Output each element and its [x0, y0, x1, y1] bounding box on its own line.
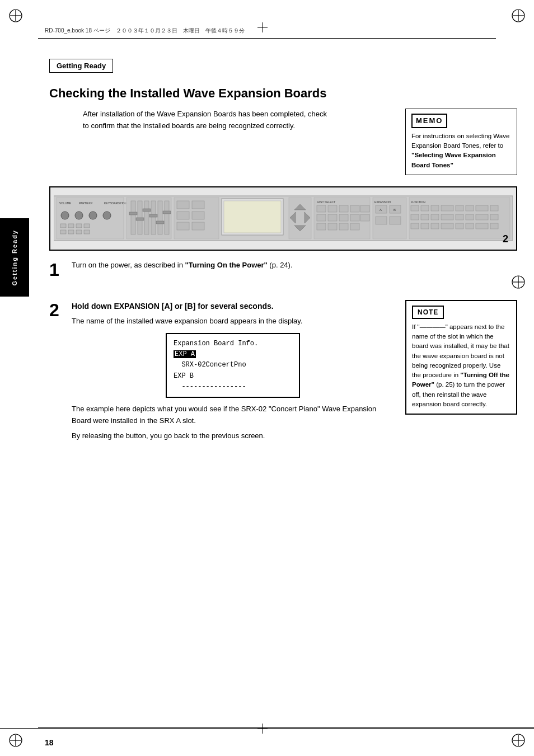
svg-rect-81 [350, 223, 359, 230]
svg-rect-34 [84, 224, 90, 228]
svg-rect-37 [76, 230, 82, 234]
svg-point-28 [75, 212, 83, 219]
svg-rect-87 [390, 217, 401, 224]
svg-rect-101 [421, 214, 429, 220]
svg-rect-35 [60, 230, 66, 234]
memo-title: MEMO [411, 114, 511, 128]
svg-rect-98 [476, 205, 488, 211]
svg-rect-78 [317, 223, 326, 230]
svg-rect-104 [456, 214, 463, 220]
sidebar-label: Getting Ready [11, 229, 18, 286]
svg-rect-100 [411, 214, 419, 220]
svg-text:A: A [380, 208, 382, 212]
svg-rect-80 [339, 223, 348, 230]
memo-bold: "Selecting Wave Expansion Board Tones" [411, 152, 496, 168]
step2-number: 2 [49, 300, 72, 319]
section-title-box: Getting Ready [49, 59, 113, 73]
svg-rect-31 [60, 224, 66, 228]
top-rule [38, 38, 496, 39]
svg-rect-92 [411, 205, 419, 211]
note-box: NOTE If "————" appears next to the name … [405, 300, 517, 415]
svg-rect-111 [441, 223, 453, 229]
svg-rect-70 [339, 205, 348, 212]
chapter-heading: Checking the Installed Wave Expansion Bo… [49, 86, 517, 101]
svg-text:EXPANSION: EXPANSION [374, 200, 391, 204]
svg-rect-69 [328, 205, 337, 212]
svg-rect-47 [136, 218, 144, 220]
svg-rect-60 [224, 201, 281, 233]
svg-rect-54 [192, 201, 204, 209]
keyboard-svg: VOLUME PART/EXP KEYBOARD/HOLD [54, 193, 513, 243]
svg-rect-38 [84, 230, 90, 234]
svg-rect-95 [441, 205, 453, 211]
display-box: Expansion Board Info. EXP A SRX-02Concer… [166, 333, 300, 398]
svg-rect-74 [328, 214, 337, 221]
svg-rect-75 [339, 214, 348, 221]
svg-rect-53 [177, 201, 189, 209]
svg-rect-96 [456, 205, 463, 211]
step1-main: 1 Turn on the power, as described in "Tu… [49, 260, 394, 289]
svg-point-30 [103, 212, 111, 219]
step2-example1: The example here depicts what you would … [72, 403, 394, 427]
svg-rect-46 [129, 212, 137, 215]
main-content: Getting Ready Checking the Installed Wav… [38, 48, 534, 463]
svg-rect-86 [376, 217, 387, 224]
svg-text:FAST SELECT: FAST SELECT [317, 200, 335, 204]
note-bold1: "Turning Off the Power" [412, 372, 509, 388]
step2-row: 2 Hold down EXPANSION [A] or [B] for sev… [49, 300, 517, 452]
step1-row: 1 Turn on the power, as described in "Tu… [49, 260, 517, 289]
svg-rect-32 [68, 224, 74, 228]
svg-text:KEYBOARD/HOLD: KEYBOARD/HOLD [104, 201, 128, 205]
svg-rect-57 [177, 222, 189, 230]
svg-rect-79 [328, 223, 337, 230]
svg-rect-110 [431, 223, 439, 229]
svg-rect-50 [156, 221, 164, 224]
step2-subtext: The name of the installed wave expansion… [72, 316, 394, 327]
svg-rect-103 [441, 214, 453, 220]
svg-rect-36 [68, 230, 74, 234]
step1-bold: "Turning On the Power" [185, 261, 268, 269]
bottom-bar: 18 [0, 728, 534, 756]
svg-text:B: B [394, 208, 396, 212]
svg-rect-45 [165, 201, 169, 234]
svg-rect-113 [466, 223, 474, 229]
svg-rect-112 [456, 223, 463, 229]
svg-rect-43 [151, 201, 156, 234]
step1-number: 1 [49, 260, 72, 279]
svg-rect-115 [490, 223, 498, 229]
svg-rect-72 [360, 205, 369, 212]
svg-rect-109 [421, 223, 429, 229]
svg-point-29 [89, 212, 97, 219]
svg-point-27 [61, 212, 69, 219]
svg-rect-107 [490, 214, 498, 220]
intro-row: After installation of the Wave Expansion… [49, 109, 517, 175]
display-line4: EXP B [174, 371, 292, 382]
svg-rect-93 [421, 205, 429, 211]
svg-rect-68 [317, 205, 326, 212]
svg-rect-114 [476, 223, 488, 229]
intro-text-area: After installation of the Wave Expansion… [49, 109, 394, 175]
svg-text:VOLUME: VOLUME [59, 201, 72, 205]
crosshair-tl [8, 8, 24, 24]
svg-rect-49 [149, 214, 157, 217]
page-number: 18 [45, 738, 54, 747]
memo-box: MEMO For instructions on selecting Wave … [405, 109, 517, 175]
step2-content: Hold down EXPANSION [A] or [B] for sever… [72, 300, 394, 442]
keyboard-inner: VOLUME PART/EXP KEYBOARD/HOLD [50, 187, 516, 250]
step2-main: 2 Hold down EXPANSION [A] or [B] for sev… [49, 300, 394, 452]
svg-rect-55 [177, 212, 189, 219]
step1-content: Turn on the power, as described in "Turn… [72, 260, 394, 271]
svg-rect-73 [317, 214, 326, 221]
svg-rect-51 [163, 211, 171, 214]
display-highlight: EXP A [174, 350, 196, 358]
display-line1: Expansion Board Info. [174, 339, 292, 349]
svg-rect-105 [466, 214, 474, 220]
svg-rect-77 [360, 214, 369, 221]
memo-area: MEMO For instructions on selecting Wave … [405, 109, 517, 175]
memo-label: MEMO [411, 114, 447, 128]
step2-text: Hold down EXPANSION [A] or [B] for sever… [72, 300, 394, 312]
step2-side: NOTE If "————" appears next to the name … [405, 300, 517, 452]
svg-text:FUNCTION: FUNCTION [411, 200, 425, 204]
display-line3: SRX-02ConcertPno [174, 360, 292, 370]
svg-rect-56 [192, 212, 204, 219]
